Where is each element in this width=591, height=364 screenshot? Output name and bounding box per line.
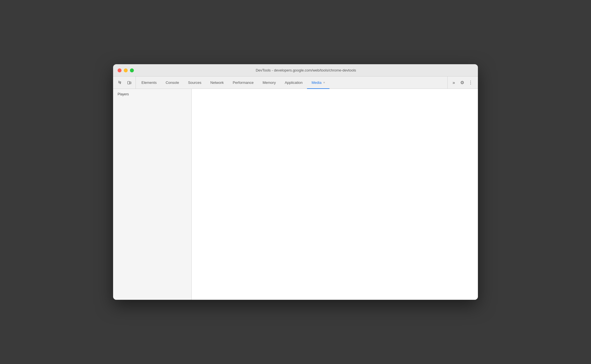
tab-performance[interactable]: Performance — [228, 77, 258, 89]
svg-rect-0 — [128, 81, 130, 84]
tab-memory[interactable]: Memory — [258, 77, 280, 89]
tab-network[interactable]: Network — [206, 77, 228, 89]
tab-media[interactable]: Media × — [307, 77, 329, 89]
title-bar: DevTools - developers.google.com/web/too… — [113, 64, 478, 77]
close-button[interactable] — [118, 68, 122, 72]
tab-application[interactable]: Application — [280, 77, 307, 89]
device-toolbar-button[interactable] — [125, 79, 133, 87]
more-tabs-button[interactable]: » — [450, 79, 458, 87]
players-label: Players — [118, 92, 187, 96]
tab-console[interactable]: Console — [161, 77, 184, 89]
tabs: Elements Console Sources Network Perform… — [137, 77, 446, 89]
inspect-element-button[interactable] — [116, 79, 124, 87]
devtools-window: DevTools - developers.google.com/web/too… — [113, 64, 478, 300]
media-panel — [192, 89, 478, 300]
window-title: DevTools - developers.google.com/web/too… — [138, 68, 473, 72]
toolbar-right-actions: » ⚙ ⋮ — [447, 77, 477, 89]
tab-elements[interactable]: Elements — [137, 77, 161, 89]
maximize-button[interactable] — [130, 68, 134, 72]
close-media-tab-icon[interactable]: × — [323, 81, 325, 84]
main-content: Players — [113, 89, 478, 300]
settings-button[interactable]: ⚙ — [458, 79, 466, 87]
toolbar: Elements Console Sources Network Perform… — [113, 77, 478, 89]
customize-button[interactable]: ⋮ — [467, 79, 475, 87]
svg-rect-1 — [130, 82, 131, 84]
sidebar: Players — [113, 89, 192, 300]
traffic-lights — [118, 68, 134, 72]
minimize-button[interactable] — [124, 68, 128, 72]
tab-sources[interactable]: Sources — [184, 77, 206, 89]
toolbar-icons — [114, 77, 136, 89]
